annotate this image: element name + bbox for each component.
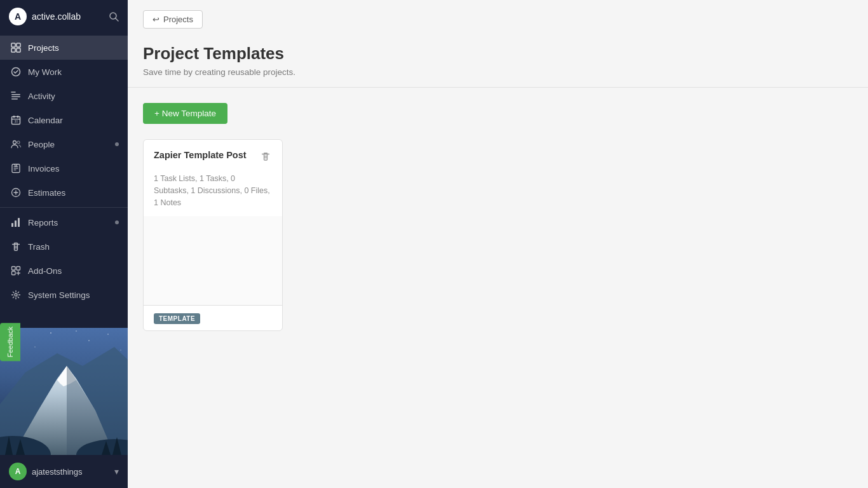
sidebar-header: A active.collab [0,0,128,33]
sidebar-item-label: System Settings [28,290,90,300]
content-area: + New Template Zapier Template Post 1 Ta… [128,88,868,488]
sidebar-item-people[interactable]: People [0,132,128,156]
sidebar-item-system-settings[interactable]: System Settings [0,283,128,307]
svg-rect-3 [17,43,20,47]
search-button[interactable] [109,11,119,22]
back-label: Projects [163,15,193,24]
estimates-icon [10,187,22,198]
svg-rect-29 [12,271,16,275]
sidebar-item-label: People [28,140,55,149]
svg-point-15 [13,141,17,144]
template-footer: TEMPLATE [144,305,282,330]
sidebar-item-label: Calendar [28,116,63,125]
sidebar-item-label: Add-Ons [28,266,62,276]
svg-rect-2 [11,43,15,47]
sidebar-item-label: Trash [28,242,50,252]
main-content: ↩ Projects Project Templates Save time b… [128,0,868,488]
svg-rect-8 [11,97,20,98]
svg-point-36 [34,346,35,347]
reports-icon [10,217,22,228]
svg-rect-7 [11,94,20,95]
sidebar-item-reports[interactable]: Reports [0,210,128,234]
sidebar-item-label: Estimates [28,188,65,198]
svg-rect-9 [11,98,18,100]
svg-point-37 [76,330,77,332]
templates-grid: Zapier Template Post 1 Task Lists, 1 Tas… [143,139,853,331]
svg-point-33 [50,332,51,334]
sidebar-nav: Projects My Work Activity [0,33,128,328]
template-card[interactable]: Zapier Template Post 1 Task Lists, 1 Tas… [143,139,283,331]
svg-point-34 [88,340,90,341]
svg-line-1 [116,18,118,21]
sidebar-footer: A ajateststhings ▾ [0,455,128,488]
back-arrow-icon: ↩ [153,15,159,24]
svg-text:30: 30 [15,119,18,123]
sidebar-item-label: Activity [28,92,55,101]
page-header: Project Templates Save time by creating … [128,29,868,88]
page-title: Project Templates [143,44,853,64]
projects-icon [10,42,22,53]
svg-rect-5 [17,48,20,52]
sidebar: A active.collab Projects [0,0,128,488]
app-logo: A active.collab [9,8,81,25]
svg-rect-28 [17,267,20,271]
svg-rect-24 [18,218,20,227]
sidebar-item-add-ons[interactable]: Add-Ons [0,259,128,283]
svg-point-38 [120,349,121,350]
username: ajateststhings [32,467,83,477]
template-preview [144,216,282,305]
template-meta: 1 Task Lists, 1 Tasks, 0 Subtasks, 1 Dis… [144,173,282,216]
mywork-icon [10,66,22,78]
svg-point-35 [107,334,109,335]
sidebar-divider [0,207,128,208]
activity-icon [10,90,22,102]
feedback-tab[interactable]: Feedback [0,323,20,361]
sidebar-item-activity[interactable]: Activity [0,84,128,108]
sidebar-item-invoices[interactable]: Invoices [0,156,128,180]
back-to-projects-button[interactable]: ↩ Projects [143,10,203,29]
logo-icon: A [9,8,27,25]
svg-rect-27 [12,267,16,271]
addons-icon [10,265,22,276]
svg-point-30 [15,294,17,296]
sidebar-item-label: My Work [28,67,62,77]
people-dot [115,142,119,146]
sidebar-item-estimates[interactable]: Estimates [0,180,128,205]
reports-dot [115,220,119,224]
sidebar-item-label: Reports [28,218,58,227]
svg-rect-4 [11,48,15,52]
trash-icon [10,241,22,252]
page-subtitle: Save time by creating reusable projects. [143,67,853,77]
app-name: active.collab [32,11,81,22]
sidebar-item-calendar[interactable]: 30 Calendar [0,108,128,132]
template-badge: TEMPLATE [154,313,200,324]
calendar-icon: 30 [10,114,22,126]
sidebar-item-trash[interactable]: Trash [0,234,128,259]
sidebar-item-label: Projects [28,43,59,53]
avatar: A [9,463,27,480]
template-delete-button[interactable] [259,150,272,163]
svg-rect-22 [11,223,13,227]
template-name: Zapier Template Post [154,150,259,160]
user-info[interactable]: A ajateststhings [9,463,83,480]
template-card-header: Zapier Template Post [144,140,282,173]
settings-icon [10,289,22,301]
svg-point-16 [17,141,20,144]
people-icon [10,139,22,150]
svg-rect-23 [15,220,17,227]
new-template-button[interactable]: + New Template [143,103,227,124]
sidebar-item-label: Invoices [28,164,60,173]
topbar: ↩ Projects [128,0,868,29]
sidebar-item-projects[interactable]: Projects [0,36,128,60]
invoices-icon [10,163,22,174]
user-menu-chevron[interactable]: ▾ [114,466,119,477]
sidebar-item-my-work[interactable]: My Work [0,60,128,84]
